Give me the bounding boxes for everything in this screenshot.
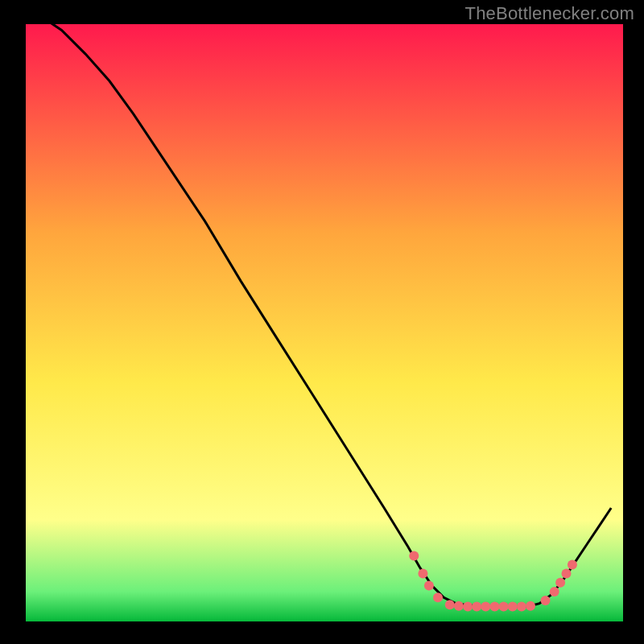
data-point <box>555 578 565 588</box>
chart-frame: TheBottlenecker.com <box>0 0 644 644</box>
data-point <box>490 602 500 612</box>
data-point <box>499 602 509 612</box>
data-point <box>508 602 518 612</box>
data-point <box>517 602 526 612</box>
attribution-label: TheBottlenecker.com <box>465 3 634 24</box>
data-point <box>550 587 559 597</box>
data-point <box>541 596 551 605</box>
gradient-background <box>26 24 623 621</box>
data-point <box>463 602 473 612</box>
data-point <box>445 600 455 609</box>
data-point <box>472 602 481 612</box>
data-point <box>424 581 434 591</box>
data-point <box>433 592 443 602</box>
data-point <box>454 601 464 611</box>
data-point <box>562 569 572 579</box>
data-point <box>568 560 577 570</box>
data-point <box>481 602 490 612</box>
data-point <box>418 569 427 579</box>
bottleneck-chart <box>0 0 644 644</box>
data-point <box>526 601 535 611</box>
data-point <box>409 551 419 560</box>
